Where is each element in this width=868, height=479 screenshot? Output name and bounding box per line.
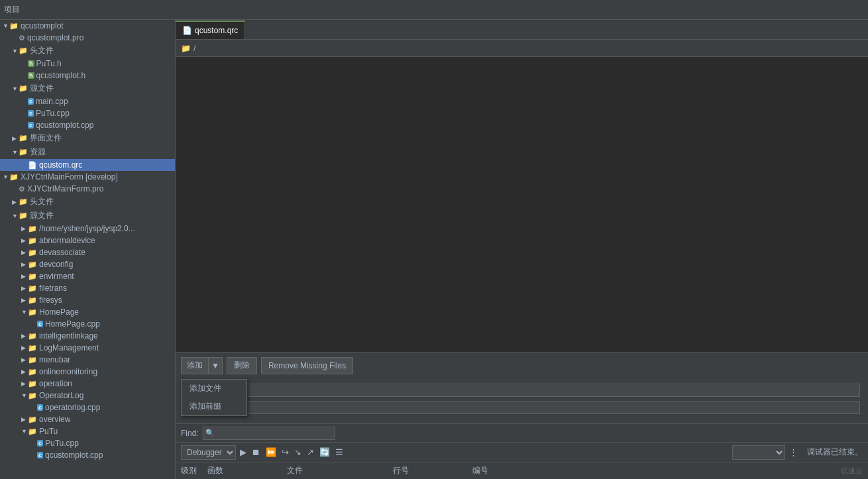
- sidebar-item-overview[interactable]: ▶ 📁 overview: [0, 413, 175, 425]
- prefix-input[interactable]: [210, 384, 860, 397]
- folder-icon: 📁: [19, 197, 28, 206]
- sidebar-item-operation[interactable]: ▶ 📁 operation: [0, 378, 175, 390]
- lang-row: 语言:: [184, 401, 860, 414]
- item-label: OperatorLog: [39, 391, 83, 400]
- sidebar-item-menubar[interactable]: ▶ 📁 menubar: [0, 354, 175, 366]
- expand-arrow: ▶: [21, 416, 28, 423]
- file-cpp-icon: c: [37, 452, 43, 458]
- sidebar-item-PuTu[interactable]: ▼ 📁 PuTu: [0, 425, 175, 437]
- tab-qcustom-qrc[interactable]: 📄 qcustom.qrc: [176, 21, 245, 39]
- sidebar-item-onlinemonitoring[interactable]: ▶ 📁 onlinemonitoring: [0, 366, 175, 378]
- sidebar-item-filetrans[interactable]: ▶ 📁 filetrans: [0, 282, 175, 294]
- dbg-step-icon[interactable]: ⏩: [264, 447, 278, 457]
- item-label: qcustomplot: [21, 21, 64, 30]
- sidebar-item-qcustomplot.pro[interactable]: ⚙ qcustomplot.pro: [0, 32, 175, 44]
- top-bar: 项目: [0, 0, 868, 20]
- folder-icon: 📁: [28, 392, 37, 400]
- path-text: /: [193, 44, 195, 53]
- expand-arrow: ▼: [21, 392, 28, 399]
- item-label: operation: [39, 379, 72, 388]
- folder-icon: 📁: [28, 368, 37, 376]
- find-input[interactable]: [203, 427, 335, 440]
- expand-arrow: ▶: [21, 273, 28, 280]
- debugger-select[interactable]: Debugger: [181, 445, 236, 460]
- sidebar-item-qcustomplot.cpp2[interactable]: c qcustomplot.cpp: [0, 449, 175, 461]
- sidebar-item-PuTu.cpp[interactable]: c PuTu.cpp: [0, 107, 175, 119]
- dbg-restart-icon[interactable]: 🔄: [318, 447, 331, 457]
- sidebar-item-header-files[interactable]: ▼ 📁 头文件: [0, 44, 175, 58]
- sidebar-item-PuTu.h[interactable]: h PuTu.h: [0, 58, 175, 70]
- remove-missing-button[interactable]: Remove Missing Files: [261, 357, 353, 374]
- sidebar-item-firesys[interactable]: ▶ 📁 firesys: [0, 294, 175, 306]
- debugger-thread-select[interactable]: [732, 445, 785, 460]
- sidebar-item-abnormaldevice[interactable]: ▶ 📁 abnormaldevice: [0, 235, 175, 246]
- sidebar-item-devconfig[interactable]: ▶ 📁 devconfig: [0, 258, 175, 270]
- item-label: 源文件: [30, 83, 54, 94]
- sidebar-item-HomePage.cpp[interactable]: c HomePage.cpp: [0, 318, 175, 330]
- status-col3: 文件: [287, 465, 303, 476]
- dbg-step-out-icon[interactable]: ↗: [305, 447, 315, 457]
- file-h-icon: h: [28, 60, 34, 67]
- item-label: qcustom.qrc: [39, 160, 82, 170]
- sidebar-item-envirment[interactable]: ▶ 📁 envirment: [0, 270, 175, 282]
- editor-content: [176, 57, 868, 352]
- sidebar-item-devassociate[interactable]: ▶ 📁 devassociate: [0, 246, 175, 258]
- dbg-play-icon[interactable]: ▶: [239, 447, 248, 457]
- item-label: qcustomplot.h: [36, 71, 86, 80]
- expand-arrow: ▼: [12, 149, 19, 156]
- sidebar-item-qcustomplot[interactable]: ▼ 📁 qcustomplot: [0, 20, 175, 32]
- sidebar-item-operatorlog.cpp[interactable]: c operatorlog.cpp: [0, 401, 175, 413]
- add-dropdown-arrow[interactable]: ▼: [208, 357, 223, 374]
- sidebar-item-xjy-header-files[interactable]: ▶ 📁 头文件: [0, 195, 175, 209]
- sidebar-item-qcustomplot.cpp[interactable]: c qcustomplot.cpp: [0, 119, 175, 131]
- folder-icon: 📁: [28, 427, 37, 436]
- sidebar-item-source-files[interactable]: ▼ 📁 源文件: [0, 81, 175, 95]
- sidebar-item-qcustom.qrc[interactable]: 📄 qcustom.qrc: [0, 159, 175, 171]
- dbg-stop-icon[interactable]: ⏹: [250, 447, 262, 457]
- folder-icon: 📁: [28, 332, 37, 341]
- dbg-step-in-icon[interactable]: ↘: [293, 447, 303, 457]
- expand-arrow: ▼: [12, 85, 19, 92]
- add-dropdown-menu: 添加文件 添加前缀: [181, 379, 247, 416]
- item-label: XJYCtrlMainForm [develop]: [21, 172, 118, 182]
- expand-arrow: ▶: [21, 345, 28, 351]
- sidebar-item-xjy-source-files[interactable]: ▼ 📁 源文件: [0, 209, 175, 223]
- file-pro-icon: ⚙: [19, 185, 25, 193]
- folder-icon: 📁: [28, 284, 37, 293]
- debugger-bar: Debugger ▶ ⏹ ⏩ ↪ ↘ ↗ 🔄 ☰ ⋮ 调试器已结束。: [176, 442, 868, 462]
- item-label: 界面文件: [30, 133, 62, 144]
- delete-button[interactable]: 删除: [227, 357, 257, 374]
- dbg-step-over-icon[interactable]: ↪: [280, 447, 290, 457]
- sidebar-item-HomePage[interactable]: ▼ 📁 HomePage: [0, 306, 175, 318]
- dbg-extra-icon[interactable]: ⋮: [788, 447, 799, 457]
- sidebar-item-XJYCtrlMainForm.pro[interactable]: ⚙ XJYCtrlMainForm.pro: [0, 183, 175, 195]
- item-label: LogManagement: [39, 343, 99, 352]
- sidebar-item-OperatorLog[interactable]: ▼ 📁 OperatorLog: [0, 390, 175, 401]
- item-label: PuTu: [39, 427, 58, 436]
- expand-arrow: ▼: [21, 428, 28, 435]
- expand-arrow: ▶: [21, 380, 28, 387]
- sidebar-item-home-path[interactable]: ▶ 📁 /home/yshen/jysp/jysp2.0...: [0, 223, 175, 235]
- sidebar-item-LogManagement[interactable]: ▶ 📁 LogManagement: [0, 342, 175, 354]
- item-label: onlinemonitoring: [39, 367, 97, 376]
- sidebar-item-resources[interactable]: ▼ 📁 资源: [0, 145, 175, 159]
- status-col5: 编号: [472, 465, 488, 476]
- folder-icon: 📁: [9, 22, 19, 30]
- folder-icon: 📁: [28, 380, 37, 388]
- add-main-button[interactable]: 添加: [181, 357, 208, 374]
- item-label: /home/yshen/jysp/jysp2.0...: [39, 224, 135, 233]
- sidebar-item-PuTu.cpp2[interactable]: c PuTu.cpp: [0, 437, 175, 449]
- sidebar-item-xjy-project[interactable]: ▼ 📁 XJYCtrlMainForm [develop]: [0, 171, 175, 183]
- add-prefix-item[interactable]: 添加前缀: [182, 398, 246, 415]
- add-file-item[interactable]: 添加文件: [182, 380, 246, 398]
- folder-icon: 📁: [28, 415, 37, 424]
- file-cpp-icon: c: [37, 321, 43, 327]
- lang-input[interactable]: [210, 401, 860, 414]
- find-bar: Find: 🔍: [176, 423, 868, 442]
- sidebar-item-ui-files[interactable]: ▶ 📁 界面文件: [0, 131, 175, 145]
- dbg-list-icon[interactable]: ☰: [334, 447, 345, 457]
- item-label: qcustomplot.cpp: [45, 451, 103, 460]
- sidebar-item-intelligentlinkage[interactable]: ▶ 📁 intelligentlinkage: [0, 330, 175, 342]
- sidebar-item-main.cpp[interactable]: c main.cpp: [0, 95, 175, 107]
- sidebar-item-qcustomplot.h[interactable]: h qcustomplot.h: [0, 70, 175, 81]
